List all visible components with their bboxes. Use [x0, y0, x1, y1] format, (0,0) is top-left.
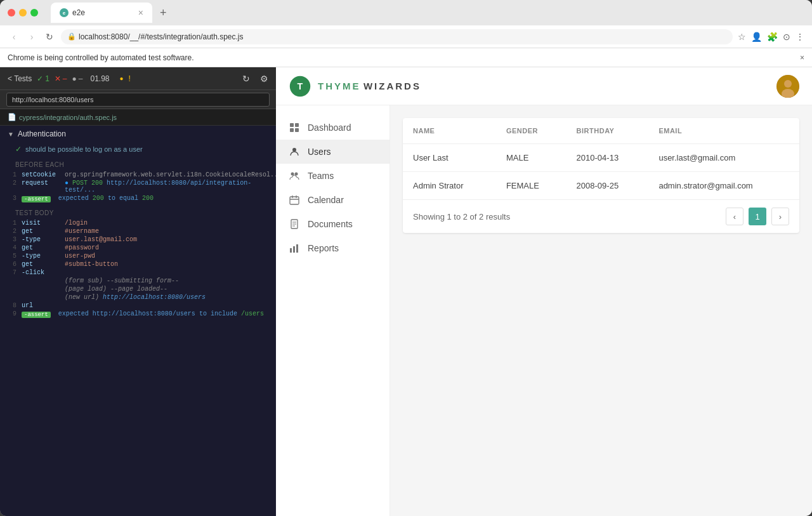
- cmd-name: request: [22, 180, 60, 194]
- code-line: 1 visit /login: [8, 219, 268, 227]
- test-body-code: 1 visit /login 2 get #username 3 -type: [0, 218, 276, 320]
- users-label: Users: [308, 147, 331, 157]
- line-number: [8, 277, 16, 284]
- line-number: 4: [8, 244, 16, 251]
- svg-rect-7: [290, 128, 294, 132]
- line-number: 5: [8, 253, 16, 260]
- test-suite: ▼ Authentication ✓ should be possible to…: [0, 126, 276, 156]
- line-number: 3: [8, 195, 16, 202]
- user-birthday: 2008-09-25: [566, 172, 649, 200]
- sidebar-item-documents[interactable]: Documents: [276, 212, 390, 236]
- checkmark-icon: ✓: [37, 74, 43, 83]
- close-traffic-light[interactable]: [8, 9, 15, 17]
- assert-text: expected http://localhost:8080/users to …: [58, 310, 264, 318]
- assert-badge: -assert: [22, 196, 51, 202]
- notification-close-button[interactable]: ×: [800, 53, 804, 62]
- user-avatar[interactable]: [776, 75, 799, 98]
- elapsed-time: 01.98: [90, 74, 109, 83]
- prev-page-button[interactable]: ‹: [726, 208, 743, 225]
- teams-icon: [289, 170, 300, 182]
- account-icon[interactable]: ⊙: [783, 32, 790, 42]
- browser-tab[interactable]: e e2e ×: [51, 3, 152, 23]
- sidebar-item-reports[interactable]: Reports: [276, 236, 390, 260]
- line-number: 2: [8, 180, 16, 194]
- svg-rect-6: [295, 123, 299, 127]
- settings-button[interactable]: ⚙: [260, 74, 268, 84]
- next-page-button[interactable]: ›: [771, 208, 789, 225]
- sidebar-item-dashboard[interactable]: Dashboard: [276, 116, 390, 140]
- notification-bar: Chrome is being controlled by automated …: [0, 48, 812, 67]
- cypress-file-header: 📄 cypress/integration/auth.spec.js: [0, 109, 276, 126]
- assert-text: expected 200 to equal 200: [58, 195, 154, 202]
- logo-text: THYME WIZARDS: [318, 81, 421, 92]
- bookmark-icon[interactable]: ☆: [738, 32, 746, 42]
- suite-arrow-icon: ▼: [8, 131, 14, 138]
- line-number: [8, 286, 16, 293]
- line-number: [8, 294, 16, 301]
- line-number: 6: [8, 261, 16, 268]
- extensions-icon[interactable]: 🧩: [767, 32, 778, 42]
- svg-rect-15: [293, 246, 295, 253]
- sidebar-item-calendar[interactable]: Calendar: [276, 188, 390, 212]
- maximize-traffic-light[interactable]: [30, 9, 38, 17]
- tab-title: e2e: [72, 8, 85, 17]
- cmd-name: get: [22, 244, 60, 251]
- col-name: NAME: [403, 118, 496, 144]
- suite-name: Authentication: [18, 129, 66, 138]
- tab-close-button[interactable]: ×: [138, 8, 143, 18]
- profile-icon[interactable]: 👤: [751, 32, 762, 42]
- back-button[interactable]: ‹: [8, 30, 20, 43]
- pagination: ‹ 1 ›: [726, 208, 789, 225]
- documents-icon: [289, 218, 300, 230]
- nav-bar: ‹ › ↻ 🔒 localhost:8080/__/#/tests/integr…: [0, 25, 812, 48]
- logo-wizards: WIZARDS: [363, 81, 421, 91]
- status-line: (page load) --page loaded--: [22, 286, 167, 293]
- cmd-arg: user-pwd: [65, 253, 95, 260]
- forward-button[interactable]: ›: [25, 30, 38, 43]
- cmd-arg: #username: [65, 228, 99, 235]
- warning-exclaim: !: [129, 74, 131, 83]
- svg-rect-14: [290, 248, 292, 253]
- address-bar[interactable]: 🔒 localhost:8080/__/#/tests/integration/…: [61, 29, 733, 44]
- logo-thyme: THYME: [318, 81, 361, 91]
- dashboard-label: Dashboard: [308, 122, 351, 133]
- cmd-arg: /login: [65, 220, 88, 227]
- sidebar-item-teams[interactable]: Teams: [276, 164, 390, 188]
- test-body-section: TEST BODY 1 visit /login 2 get #username: [0, 207, 276, 320]
- code-line: (form sub) --submitting form--: [8, 277, 268, 285]
- x-icon: ✕: [55, 74, 61, 83]
- svg-rect-12: [290, 197, 299, 204]
- reload-button[interactable]: ↻: [43, 30, 56, 43]
- minimize-traffic-light[interactable]: [19, 9, 27, 17]
- new-tab-button[interactable]: +: [156, 6, 171, 20]
- current-page[interactable]: 1: [749, 208, 766, 225]
- code-line: 9 -assert expected http://localhost:8080…: [8, 310, 268, 319]
- calendar-icon: [289, 194, 300, 206]
- code-line: 3 -assert expected 200 to equal 200: [8, 194, 268, 203]
- menu-icon[interactable]: ⋮: [796, 32, 804, 42]
- cmd-name: get: [22, 261, 60, 268]
- sidebar: Dashboard Users Teams: [276, 105, 390, 516]
- tests-back-button[interactable]: < Tests: [8, 74, 32, 83]
- refresh-button[interactable]: ↻: [242, 74, 250, 84]
- col-birthday: BIRTHDAY: [566, 118, 649, 144]
- svg-text:T: T: [298, 81, 303, 91]
- code-line: 2 request ● POST 200 http://localhost:80…: [8, 179, 268, 194]
- code-line: (page load) --page loaded--: [8, 285, 268, 293]
- table-header-row: NAME GENDER BIRTHDAY EMAIL: [403, 118, 799, 144]
- tab-favicon: e: [60, 8, 69, 17]
- pending-count: ● –: [72, 74, 83, 83]
- test-name: should be possible to log on as a user: [25, 145, 143, 153]
- status-line: (form sub) --submitting form--: [22, 277, 179, 284]
- sidebar-item-users[interactable]: Users: [276, 140, 390, 164]
- line-number: 7: [8, 269, 16, 276]
- cypress-panel: < Tests ✓ 1 ✕ – ● – 01.98 ● ! ↻ ⚙: [0, 67, 276, 516]
- code-line: 7 -click: [8, 268, 268, 277]
- cypress-url-input[interactable]: [6, 93, 270, 107]
- user-email: user.last@gmail.com: [648, 144, 799, 172]
- app-header: T THYME WIZARDS: [276, 67, 812, 105]
- main-content: NAME GENDER BIRTHDAY EMAIL User Last MAL…: [390, 105, 812, 516]
- cypress-url-bar: [0, 90, 276, 109]
- cmd-arg: #password: [65, 244, 99, 251]
- code-line: 1 setCookie org.springframework.web.serv…: [8, 171, 268, 179]
